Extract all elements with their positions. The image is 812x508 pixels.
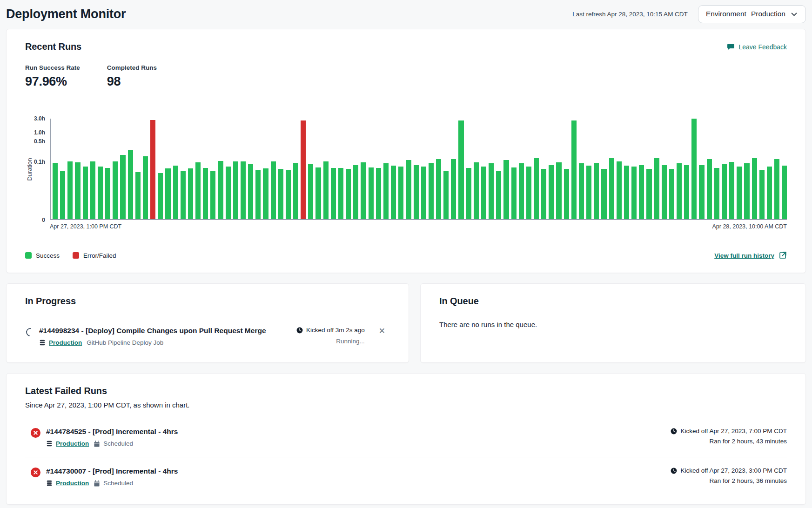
chart-bar-success[interactable] <box>429 163 434 219</box>
chart-bar-success[interactable] <box>128 150 133 219</box>
chart-bar-success[interactable] <box>609 158 614 219</box>
chart-bar-success[interactable] <box>248 164 253 219</box>
chart-bar-success[interactable] <box>707 159 712 219</box>
chart-bar-success[interactable] <box>677 163 682 219</box>
chart-bar-success[interactable] <box>481 167 486 219</box>
chart-bar-success[interactable] <box>759 170 765 219</box>
chart-bar-success[interactable] <box>383 163 389 219</box>
chart-bar-success[interactable] <box>414 165 419 219</box>
chart-bar-success[interactable] <box>436 159 441 219</box>
chart-bar-success[interactable] <box>443 171 449 219</box>
chart-bar-success[interactable] <box>165 168 170 219</box>
chart-bar-success[interactable] <box>278 169 283 219</box>
chart-bar-success[interactable] <box>233 161 238 219</box>
chart-bar-success[interactable] <box>263 168 268 219</box>
close-icon[interactable]: ✕ <box>379 327 385 336</box>
chart-bar-success[interactable] <box>586 166 591 219</box>
chart-bar-success[interactable] <box>98 167 103 219</box>
chart-bar-success[interactable] <box>451 159 456 219</box>
chart-bar-success[interactable] <box>361 162 366 219</box>
chart-bar-success[interactable] <box>564 169 569 219</box>
chart-bar-success[interactable] <box>105 168 110 219</box>
chart-bar-success[interactable] <box>181 171 186 219</box>
chart-bar-success[interactable] <box>53 163 58 219</box>
chart-bar-success[interactable] <box>646 169 651 219</box>
chart-bar-success[interactable] <box>684 165 689 219</box>
chart-bar-success[interactable] <box>519 163 524 219</box>
chart-bar-success[interactable] <box>218 161 223 219</box>
chart-bar-success[interactable] <box>631 167 637 219</box>
chart-bar-success[interactable] <box>714 168 719 219</box>
chart-bar-success[interactable] <box>67 161 73 219</box>
chart-bar-success[interactable] <box>729 162 734 219</box>
chart-bar-success[interactable] <box>496 171 501 219</box>
environment-dropdown[interactable]: Environment Production <box>698 5 806 23</box>
chart-bar-success[interactable] <box>662 165 667 219</box>
chart-bar-success[interactable] <box>474 162 479 219</box>
chart-bar-success[interactable] <box>571 120 577 219</box>
chart-bar-success[interactable] <box>308 164 313 219</box>
chart-bar-success[interactable] <box>188 168 193 219</box>
chart-bar-success[interactable] <box>83 167 88 219</box>
chart-bar-success[interactable] <box>421 167 426 219</box>
chart-bar-success[interactable] <box>511 167 517 219</box>
chart-bar-success[interactable] <box>406 160 411 219</box>
chart-bar-success[interactable] <box>293 163 298 219</box>
chart-bar-success[interactable] <box>752 158 757 219</box>
chart-bar-success[interactable] <box>353 165 358 219</box>
chart-bar-success[interactable] <box>601 169 606 219</box>
chart-bar-success[interactable] <box>323 161 329 219</box>
chart-bar-success[interactable] <box>549 165 554 219</box>
chart-bar-success[interactable] <box>556 162 561 219</box>
chart-bar-success[interactable] <box>489 163 494 219</box>
chart-bar-success[interactable] <box>774 159 779 219</box>
chart-bar-success[interactable] <box>113 161 118 219</box>
chart-bar-success[interactable] <box>60 171 65 219</box>
chart-bar-success[interactable] <box>369 167 374 219</box>
chart-bar-success[interactable] <box>534 158 539 219</box>
chart-bar-success[interactable] <box>75 162 80 219</box>
chart-bar-success[interactable] <box>135 172 141 219</box>
chart-bar-failed[interactable] <box>301 120 306 219</box>
chart-bar-success[interactable] <box>158 173 163 220</box>
chart-bar-success[interactable] <box>143 156 148 219</box>
chart-bar-success[interactable] <box>654 158 659 219</box>
chart-bar-success[interactable] <box>722 164 727 219</box>
chart-bar-success[interactable] <box>737 167 742 219</box>
environment-link[interactable]: Production <box>56 480 89 487</box>
view-full-run-history-link[interactable]: View full run history <box>714 251 787 260</box>
chart-bar-success[interactable] <box>782 166 787 219</box>
chart-bar-success[interactable] <box>691 119 697 219</box>
chart-bar-success[interactable] <box>669 169 674 219</box>
chart-bar-success[interactable] <box>203 168 208 219</box>
chart-bar-success[interactable] <box>271 161 276 219</box>
chart-bar-success[interactable] <box>241 161 246 219</box>
chart-bar-success[interactable] <box>338 168 343 219</box>
chart-bar-success[interactable] <box>226 167 231 219</box>
chart-bar-success[interactable] <box>624 166 629 219</box>
chart-bar-success[interactable] <box>398 167 403 219</box>
chart-bar-success[interactable] <box>210 171 215 219</box>
chart-bar-failed[interactable] <box>150 120 155 219</box>
chart-bar-success[interactable] <box>526 167 531 219</box>
chart-bar-success[interactable] <box>173 166 178 219</box>
chart-bar-success[interactable] <box>617 161 622 219</box>
chart-bar-success[interactable] <box>466 168 471 219</box>
chart-bar-success[interactable] <box>376 168 381 219</box>
chart-bar-success[interactable] <box>195 162 201 219</box>
chart-bar-success[interactable] <box>503 160 509 219</box>
environment-link[interactable]: Production <box>49 339 82 346</box>
chart-bar-success[interactable] <box>315 167 321 219</box>
chart-bar-success[interactable] <box>120 155 125 219</box>
chart-bar-success[interactable] <box>90 161 95 219</box>
chart-bar-success[interactable] <box>744 163 749 219</box>
chart-bar-success[interactable] <box>346 169 351 219</box>
chart-bar-success[interactable] <box>286 170 291 219</box>
chart-bar-success[interactable] <box>699 165 704 219</box>
chart-bar-success[interactable] <box>255 170 261 219</box>
chart-bar-success[interactable] <box>767 167 772 219</box>
environment-link[interactable]: Production <box>56 440 89 447</box>
chart-bar-success[interactable] <box>331 168 336 219</box>
chart-bar-success[interactable] <box>639 165 644 219</box>
chart-bar-success[interactable] <box>541 169 546 219</box>
